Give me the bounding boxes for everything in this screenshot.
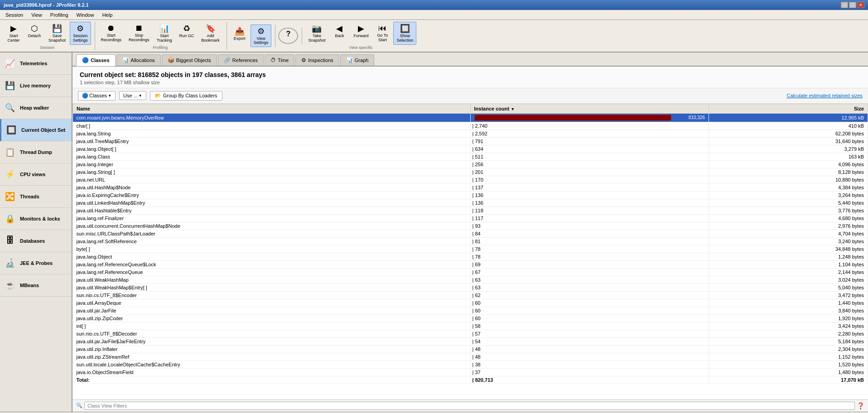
view-settings-button[interactable]: ⚙ ViewSettings	[251, 24, 272, 48]
menu-window[interactable]: Window	[73, 11, 98, 19]
sidebar-item-current-object-set[interactable]: 🔲 Current Object Set	[0, 119, 72, 141]
start-recordings-button[interactable]: ⏺ StartRecordings	[98, 22, 125, 45]
sidebar-item-mbeans[interactable]: ☕ MBeans	[0, 274, 72, 297]
show-selection-button[interactable]: 🔲 ShowSelection	[393, 22, 416, 45]
table-row[interactable]: java.io.ObjectStreamField| 371,480 bytes	[73, 368, 868, 376]
table-row[interactable]: char[ ]| 2,740410 kB	[73, 122, 868, 130]
table-row[interactable]: java.lang.Integer| 2564,096 bytes	[73, 160, 868, 168]
cell-size: 2,144 bytes	[709, 268, 868, 276]
tab-allocations[interactable]: 📊 Allocations	[116, 54, 161, 66]
table-row[interactable]: byte[ ]| 7834,848 bytes	[73, 245, 868, 253]
minimize-button[interactable]: ─	[841, 2, 848, 8]
tab-graph-label: Graph	[355, 58, 369, 63]
start-center-button[interactable]: ▶ StartCenter	[4, 22, 24, 45]
table-row[interactable]: java.io.ExpiringCache$Entry| 1363,264 by…	[73, 191, 868, 199]
tab-classes[interactable]: 🔵 Classes	[76, 54, 116, 66]
table-row[interactable]: java.net.URL| 17010,880 bytes	[73, 176, 868, 183]
table-row[interactable]: java.util.jar.JarFile$JarFileEntry| 545,…	[73, 337, 868, 345]
tab-graph[interactable]: 📊 Graph	[340, 54, 375, 66]
cell-instance-count: | 2,740	[470, 122, 709, 130]
stop-recordings-button[interactable]: ⏹ StopRecordings	[125, 22, 153, 45]
col-name[interactable]: Name	[73, 104, 471, 113]
sidebar-label-current-object-set: Current Object Set	[21, 127, 65, 133]
table-row[interactable]: java.util.zip.Inflater| 482,304 bytes	[73, 345, 868, 353]
cell-instance-count: | 117	[470, 214, 709, 222]
sidebar-item-heap-walker[interactable]: 🔍 Heap walker	[0, 97, 72, 119]
table-row[interactable]: sun.nio.cs.UTF_8$Decoder| 572,280 bytes	[73, 330, 868, 337]
table-row[interactable]: java.util.WeakHashMap| 633,024 bytes	[73, 276, 868, 283]
cell-size: 3,840 bytes	[709, 307, 868, 314]
table-row[interactable]: java.lang.String[ ]| 2018,128 bytes	[73, 168, 868, 176]
table-header-row: Name Instance count ▼ Size	[73, 104, 868, 113]
menu-profiling[interactable]: Profiling	[47, 11, 72, 19]
table-row[interactable]: java.lang.String| 2,59262,208 bytes	[73, 130, 868, 137]
table-row[interactable]: java.util.TreeMap$Entry| 79131,640 bytes	[73, 137, 868, 145]
sidebar-item-databases[interactable]: 🗄 Databases	[0, 230, 72, 252]
tab-inspections[interactable]: ⚙ Inspections	[295, 54, 339, 66]
table-row[interactable]: java.util.HashMap$Node| 1374,384 bytes	[73, 183, 868, 191]
sidebar-item-threads[interactable]: 🔀 Threads	[0, 186, 72, 208]
table-row[interactable]: java.util.Hashtable$Entry| 1183,776 byte…	[73, 206, 868, 214]
table-row[interactable]: sun.nio.cs.UTF_8$Encoder| 623,472 bytes	[73, 291, 868, 299]
sidebar-item-monitors-locks[interactable]: 🔒 Monitors & locks	[0, 208, 72, 230]
table-row[interactable]: java.util.jar.JarFile| 603,840 bytes	[73, 307, 868, 314]
sidebar-item-thread-dump[interactable]: 📋 Thread Dump	[0, 141, 72, 163]
group-by-class-loaders-button[interactable]: 📂 Group By Class Loaders	[150, 91, 222, 101]
col-size[interactable]: Size	[709, 104, 868, 113]
calculate-retained-sizes-link[interactable]: Calculate estimated retained sizes	[786, 93, 863, 98]
table-row[interactable]: java.lang.ref.SoftReference| 813,240 byt…	[73, 237, 868, 245]
sidebar-item-live-memory[interactable]: 💾 Live memory	[0, 75, 72, 97]
cell-size: 3,424 bytes	[709, 322, 868, 330]
use-dropdown[interactable]: Use ... ▼	[119, 91, 146, 100]
table-row[interactable]: java.util.zip.ZipCoder| 601,920 bytes	[73, 314, 868, 322]
menu-view[interactable]: View	[28, 11, 46, 19]
table-row[interactable]: java.lang.ref.ReferenceQueue$Lock| 691,1…	[73, 260, 868, 268]
table-row[interactable]: sun.util.locale.LocaleObjectCache$CacheE…	[73, 360, 868, 368]
take-snapshot-button[interactable]: 📷 TakeSnapshot	[305, 22, 328, 45]
table-row[interactable]: java.util.LinkedHashMap$Entry| 1365,440 …	[73, 199, 868, 206]
help-button[interactable]: ?	[278, 28, 298, 44]
close-button[interactable]: ✕	[857, 2, 864, 8]
table-row[interactable]: java.util.ArrayDeque| 601,440 bytes	[73, 299, 868, 307]
table-row[interactable]: sun.misc.URLClassPath$JarLoader| 844,704…	[73, 230, 868, 237]
menu-help[interactable]: Help	[99, 11, 116, 19]
tab-time[interactable]: ⏱ Time	[265, 54, 294, 66]
run-gc-button[interactable]: ♻ Run GC	[176, 22, 198, 45]
tab-references[interactable]: 🔗 References	[218, 54, 264, 66]
table-row[interactable]: java.util.WeakHashMap$Entry[ ]| 635,040 …	[73, 283, 868, 291]
back-button[interactable]: ◀ Back	[329, 22, 349, 45]
sidebar-item-cpu-views[interactable]: ⚡ CPU views	[0, 163, 72, 186]
table-row[interactable]: java.util.zip.ZStreamRef| 481,152 bytes	[73, 353, 868, 360]
cell-size: 3,024 bytes	[709, 276, 868, 283]
table-row[interactable]: java.util.concurrent.ConcurrentHashMap$N…	[73, 222, 868, 230]
save-snapshot-button[interactable]: 💾 SaveSnapshot	[45, 22, 69, 45]
maximize-button[interactable]: □	[849, 2, 856, 8]
cell-size: 4,096 bytes	[709, 160, 868, 168]
menu-session[interactable]: Session	[2, 11, 27, 19]
table-row[interactable]: java.lang.ref.ReferenceQueue| 672,144 by…	[73, 268, 868, 276]
filter-input[interactable]	[84, 402, 855, 410]
title-controls: ─ □ ✕	[841, 2, 864, 8]
table-row[interactable]: Total:| 820,71317,070 kB	[73, 376, 868, 384]
table-row[interactable]: java.lang.ref.Finalizer| 1174,680 bytes	[73, 214, 868, 222]
table-row[interactable]: java.lang.Class| 511163 kB	[73, 153, 868, 160]
col-instance-count[interactable]: Instance count ▼	[470, 104, 709, 113]
go-to-start-button[interactable]: ⏮ Go ToStart	[372, 22, 392, 45]
start-tracking-button[interactable]: 📊 StartTracking	[154, 22, 175, 45]
table-container[interactable]: Name Instance count ▼ Size com.moanl.jvm…	[72, 104, 868, 399]
sidebar-item-telemetries[interactable]: 📈 Telemetries	[0, 53, 72, 75]
filter-help-icon[interactable]: ❓	[857, 402, 864, 409]
session-settings-button[interactable]: ⚙ SessionSettings	[70, 22, 91, 45]
sidebar-item-jee-probes[interactable]: 🔬 JEE & Probes	[0, 252, 72, 274]
export-button[interactable]: 📤 Export	[230, 24, 250, 48]
classes-dropdown[interactable]: 🔵 Classes ▼	[78, 91, 116, 101]
forward-button[interactable]: ▶ Forward	[350, 22, 371, 45]
detach-button[interactable]: ⬡ Detach	[24, 22, 44, 45]
table-row[interactable]: int[ ]| 583,424 bytes	[73, 322, 868, 330]
table-row[interactable]: com.moanl.jvm.beans.MemoryOverflow 810,3…	[73, 113, 868, 122]
table-row[interactable]: java.lang.Object| 781,248 bytes	[73, 253, 868, 260]
table-row[interactable]: java.lang.Object[ ]| 6343,279 kB	[73, 145, 868, 153]
tab-biggest-objects[interactable]: 📦 Biggest Objects	[162, 54, 217, 66]
add-bookmark-button[interactable]: 🔖 AddBookmark	[198, 22, 223, 45]
cell-size: 12,965 kB	[709, 113, 868, 122]
